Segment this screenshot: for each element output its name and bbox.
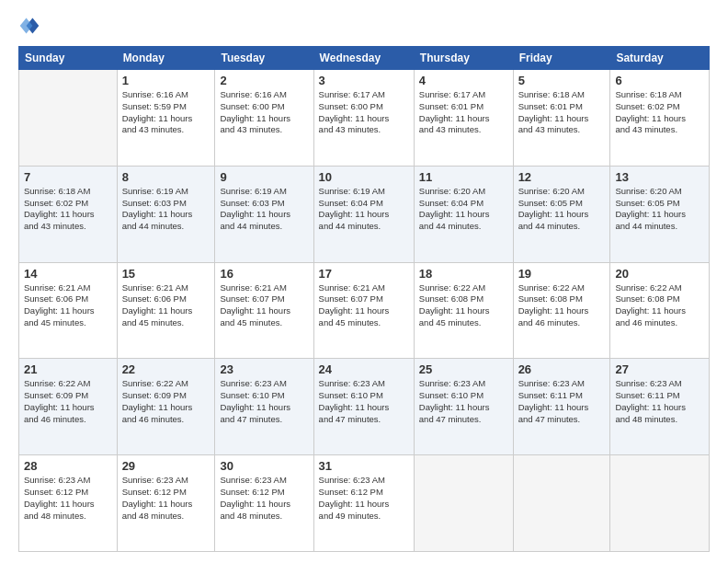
day-cell: 29Sunrise: 6:23 AM Sunset: 6:12 PM Dayli… xyxy=(117,455,215,552)
day-cell: 11Sunrise: 6:20 AM Sunset: 6:04 PM Dayli… xyxy=(414,166,513,262)
day-cell: 27Sunrise: 6:23 AM Sunset: 6:11 PM Dayli… xyxy=(610,359,710,455)
day-cell: 23Sunrise: 6:23 AM Sunset: 6:10 PM Dayli… xyxy=(215,359,313,455)
day-number: 19 xyxy=(518,267,606,281)
day-cell: 4Sunrise: 6:17 AM Sunset: 6:01 PM Daylig… xyxy=(414,70,513,167)
day-info: Sunrise: 6:16 AM Sunset: 6:00 PM Dayligh… xyxy=(220,89,308,136)
day-number: 7 xyxy=(24,170,112,184)
day-info: Sunrise: 6:18 AM Sunset: 6:02 PM Dayligh… xyxy=(24,186,112,233)
day-cell: 15Sunrise: 6:21 AM Sunset: 6:06 PM Dayli… xyxy=(117,262,215,359)
day-cell: 3Sunrise: 6:17 AM Sunset: 6:00 PM Daylig… xyxy=(313,70,414,167)
day-cell: 5Sunrise: 6:18 AM Sunset: 6:01 PM Daylig… xyxy=(513,70,610,167)
day-cell: 14Sunrise: 6:21 AM Sunset: 6:06 PM Dayli… xyxy=(19,262,118,359)
day-cell xyxy=(414,455,513,552)
day-number: 11 xyxy=(419,170,508,184)
day-info: Sunrise: 6:23 AM Sunset: 6:12 PM Dayligh… xyxy=(24,475,112,522)
day-info: Sunrise: 6:23 AM Sunset: 6:10 PM Dayligh… xyxy=(419,378,508,425)
day-number: 6 xyxy=(615,74,704,87)
logo-icon xyxy=(18,15,40,37)
day-number: 24 xyxy=(319,362,409,376)
day-cell xyxy=(513,455,610,552)
day-number: 4 xyxy=(419,74,508,87)
day-info: Sunrise: 6:17 AM Sunset: 6:00 PM Dayligh… xyxy=(319,89,409,136)
day-number: 27 xyxy=(615,362,704,376)
day-info: Sunrise: 6:22 AM Sunset: 6:09 PM Dayligh… xyxy=(122,378,210,425)
day-info: Sunrise: 6:18 AM Sunset: 6:02 PM Dayligh… xyxy=(615,89,704,136)
day-info: Sunrise: 6:23 AM Sunset: 6:10 PM Dayligh… xyxy=(319,378,409,425)
day-cell: 24Sunrise: 6:23 AM Sunset: 6:10 PM Dayli… xyxy=(313,359,414,455)
day-cell: 8Sunrise: 6:19 AM Sunset: 6:03 PM Daylig… xyxy=(117,166,215,262)
day-number: 3 xyxy=(319,74,409,87)
day-info: Sunrise: 6:23 AM Sunset: 6:11 PM Dayligh… xyxy=(518,378,606,425)
calendar-table: SundayMondayTuesdayWednesdayThursdayFrid… xyxy=(18,46,710,552)
day-cell: 18Sunrise: 6:22 AM Sunset: 6:08 PM Dayli… xyxy=(414,262,513,359)
day-number: 12 xyxy=(518,170,606,184)
day-cell: 13Sunrise: 6:20 AM Sunset: 6:05 PM Dayli… xyxy=(610,166,710,262)
day-number: 14 xyxy=(24,267,112,281)
day-cell: 26Sunrise: 6:23 AM Sunset: 6:11 PM Dayli… xyxy=(513,359,610,455)
day-info: Sunrise: 6:21 AM Sunset: 6:06 PM Dayligh… xyxy=(122,282,210,329)
day-info: Sunrise: 6:22 AM Sunset: 6:08 PM Dayligh… xyxy=(518,282,606,329)
day-info: Sunrise: 6:20 AM Sunset: 6:05 PM Dayligh… xyxy=(518,186,606,233)
day-cell: 10Sunrise: 6:19 AM Sunset: 6:04 PM Dayli… xyxy=(313,166,414,262)
day-number: 21 xyxy=(24,362,112,376)
day-number: 20 xyxy=(615,267,704,281)
day-cell: 28Sunrise: 6:23 AM Sunset: 6:12 PM Dayli… xyxy=(19,455,118,552)
day-number: 16 xyxy=(220,267,308,281)
day-number: 9 xyxy=(220,170,308,184)
day-cell: 20Sunrise: 6:22 AM Sunset: 6:08 PM Dayli… xyxy=(610,262,710,359)
day-info: Sunrise: 6:18 AM Sunset: 6:01 PM Dayligh… xyxy=(518,89,606,136)
day-info: Sunrise: 6:19 AM Sunset: 6:03 PM Dayligh… xyxy=(122,186,210,233)
day-number: 8 xyxy=(122,170,210,184)
day-info: Sunrise: 6:23 AM Sunset: 6:12 PM Dayligh… xyxy=(319,475,409,522)
day-cell xyxy=(19,70,118,167)
header-row: SundayMondayTuesdayWednesdayThursdayFrid… xyxy=(19,47,710,70)
day-info: Sunrise: 6:20 AM Sunset: 6:05 PM Dayligh… xyxy=(615,186,704,233)
page: SundayMondayTuesdayWednesdayThursdayFrid… xyxy=(0,0,728,563)
day-info: Sunrise: 6:22 AM Sunset: 6:08 PM Dayligh… xyxy=(419,282,508,329)
col-header-saturday: Saturday xyxy=(610,47,710,70)
day-number: 15 xyxy=(122,267,210,281)
day-info: Sunrise: 6:22 AM Sunset: 6:08 PM Dayligh… xyxy=(615,282,704,329)
day-number: 10 xyxy=(319,170,409,184)
week-row-4: 28Sunrise: 6:23 AM Sunset: 6:12 PM Dayli… xyxy=(19,455,710,552)
day-cell xyxy=(610,455,710,552)
day-number: 5 xyxy=(518,74,606,87)
day-number: 28 xyxy=(24,459,112,473)
day-number: 13 xyxy=(615,170,704,184)
day-info: Sunrise: 6:23 AM Sunset: 6:12 PM Dayligh… xyxy=(220,475,308,522)
day-cell: 19Sunrise: 6:22 AM Sunset: 6:08 PM Dayli… xyxy=(513,262,610,359)
day-number: 1 xyxy=(122,74,210,87)
day-number: 2 xyxy=(220,74,308,87)
col-header-monday: Monday xyxy=(117,47,215,70)
day-number: 29 xyxy=(122,459,210,473)
day-number: 18 xyxy=(419,267,508,281)
day-cell: 17Sunrise: 6:21 AM Sunset: 6:07 PM Dayli… xyxy=(313,262,414,359)
day-cell: 31Sunrise: 6:23 AM Sunset: 6:12 PM Dayli… xyxy=(313,455,414,552)
day-cell: 25Sunrise: 6:23 AM Sunset: 6:10 PM Dayli… xyxy=(414,359,513,455)
day-info: Sunrise: 6:23 AM Sunset: 6:10 PM Dayligh… xyxy=(220,378,308,425)
col-header-tuesday: Tuesday xyxy=(215,47,313,70)
day-cell: 6Sunrise: 6:18 AM Sunset: 6:02 PM Daylig… xyxy=(610,70,710,167)
week-row-3: 21Sunrise: 6:22 AM Sunset: 6:09 PM Dayli… xyxy=(19,359,710,455)
logo xyxy=(18,15,44,37)
day-info: Sunrise: 6:16 AM Sunset: 5:59 PM Dayligh… xyxy=(122,89,210,136)
day-cell: 1Sunrise: 6:16 AM Sunset: 5:59 PM Daylig… xyxy=(117,70,215,167)
day-info: Sunrise: 6:19 AM Sunset: 6:04 PM Dayligh… xyxy=(319,186,409,233)
col-header-thursday: Thursday xyxy=(414,47,513,70)
day-cell: 30Sunrise: 6:23 AM Sunset: 6:12 PM Dayli… xyxy=(215,455,313,552)
day-cell: 16Sunrise: 6:21 AM Sunset: 6:07 PM Dayli… xyxy=(215,262,313,359)
day-number: 22 xyxy=(122,362,210,376)
header xyxy=(18,15,710,37)
day-info: Sunrise: 6:21 AM Sunset: 6:06 PM Dayligh… xyxy=(24,282,112,329)
col-header-wednesday: Wednesday xyxy=(313,47,414,70)
day-number: 23 xyxy=(220,362,308,376)
day-info: Sunrise: 6:22 AM Sunset: 6:09 PM Dayligh… xyxy=(24,378,112,425)
week-row-2: 14Sunrise: 6:21 AM Sunset: 6:06 PM Dayli… xyxy=(19,262,710,359)
day-number: 26 xyxy=(518,362,606,376)
day-info: Sunrise: 6:17 AM Sunset: 6:01 PM Dayligh… xyxy=(419,89,508,136)
day-info: Sunrise: 6:21 AM Sunset: 6:07 PM Dayligh… xyxy=(319,282,409,329)
col-header-friday: Friday xyxy=(513,47,610,70)
day-cell: 7Sunrise: 6:18 AM Sunset: 6:02 PM Daylig… xyxy=(19,166,118,262)
day-cell: 2Sunrise: 6:16 AM Sunset: 6:00 PM Daylig… xyxy=(215,70,313,167)
day-cell: 21Sunrise: 6:22 AM Sunset: 6:09 PM Dayli… xyxy=(19,359,118,455)
